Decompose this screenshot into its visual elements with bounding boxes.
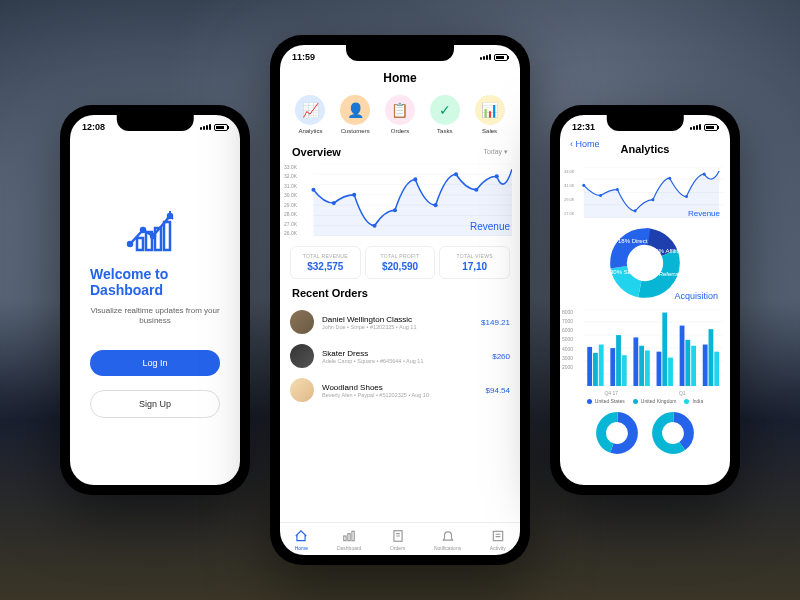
svg-point-23 <box>454 172 458 176</box>
donut-apr: $14120Apr <box>652 412 694 454</box>
svg-rect-26 <box>344 536 346 541</box>
svg-point-42 <box>616 188 619 191</box>
tab-bar: Home Dashboard Orders Notifications Acti… <box>280 522 520 555</box>
tab-home[interactable]: Home <box>294 529 308 551</box>
bar-legend: United States United Kingdom India <box>560 396 730 408</box>
back-button[interactable]: ‹ Home <box>570 139 600 149</box>
svg-point-20 <box>393 208 397 212</box>
category-row: 📈Analytics 👤Customers 📋Orders ✓Tasks 📊Sa… <box>280 95 520 144</box>
svg-point-24 <box>474 188 478 192</box>
svg-point-1 <box>141 228 145 232</box>
svg-rect-76 <box>714 352 719 386</box>
page-title: Home <box>280 65 520 95</box>
svg-point-17 <box>332 201 336 205</box>
svg-rect-72 <box>685 340 690 386</box>
orders-list: Daniel Wellington ClassicJohn Doe • Stri… <box>280 301 520 411</box>
stat-profit[interactable]: TOTAL PROFIT$20,590 <box>365 246 436 279</box>
revenue-label: Revenue <box>470 221 510 232</box>
stat-views[interactable]: TOTAL VIEWS17,10 <box>439 246 510 279</box>
svg-point-44 <box>651 198 654 201</box>
acquisition-label: Acquisition <box>674 291 718 301</box>
revenue-label: Revenue <box>688 209 720 218</box>
svg-rect-66 <box>639 346 644 386</box>
welcome-title: Welcome to Dashboard <box>90 266 220 298</box>
status-time: 12:08 <box>82 122 105 132</box>
svg-rect-28 <box>352 531 354 540</box>
svg-rect-73 <box>691 346 696 386</box>
svg-point-46 <box>685 195 688 198</box>
tasks-icon: ✓ <box>430 95 460 125</box>
order-image <box>290 344 314 368</box>
svg-point-16 <box>311 188 315 192</box>
page-title: Analytics <box>621 143 670 155</box>
svg-point-19 <box>373 224 377 228</box>
svg-rect-59 <box>587 347 592 386</box>
order-row[interactable]: Woodland ShoesBeverly Alen • Paypal • #5… <box>290 373 510 407</box>
notch <box>346 45 454 61</box>
svg-rect-70 <box>668 358 673 386</box>
svg-rect-64 <box>622 355 627 386</box>
svg-rect-67 <box>645 350 650 386</box>
donut-jan: $7400Jan <box>596 412 638 454</box>
svg-point-22 <box>434 203 438 207</box>
donut-row: $7400Jan $14120Apr <box>560 408 730 454</box>
svg-rect-65 <box>633 337 638 386</box>
order-image <box>290 378 314 402</box>
svg-rect-74 <box>703 345 708 386</box>
cat-sales[interactable]: 📊Sales <box>475 95 505 134</box>
svg-point-40 <box>582 184 585 187</box>
notch <box>607 115 684 131</box>
status-time: 11:59 <box>292 52 315 62</box>
revenue-chart: 33.0K32.0K31.0K30.0K29.0K28.0K27.0K26.0K… <box>280 160 520 240</box>
cat-tasks[interactable]: ✓Tasks <box>430 95 460 134</box>
customers-icon: 👤 <box>340 95 370 125</box>
stat-revenue[interactable]: TOTAL REVENUE$32,575 <box>290 246 361 279</box>
notch <box>117 115 194 131</box>
sales-icon: 📊 <box>475 95 505 125</box>
svg-point-18 <box>352 193 356 197</box>
svg-rect-7 <box>164 222 170 250</box>
svg-point-45 <box>668 177 671 180</box>
cat-analytics[interactable]: 📈Analytics <box>295 95 325 134</box>
tab-orders[interactable]: Orders <box>390 529 405 551</box>
svg-rect-27 <box>348 534 350 541</box>
svg-point-47 <box>703 173 706 176</box>
analytics-icon: 📈 <box>295 95 325 125</box>
phone-welcome: 12:08 Welcome to Dashboard Visualize rea… <box>60 105 250 495</box>
overview-filter[interactable]: Today ▾ <box>483 148 508 156</box>
svg-point-21 <box>413 177 417 181</box>
svg-rect-71 <box>680 326 685 386</box>
svg-point-41 <box>599 194 602 197</box>
svg-rect-62 <box>610 348 615 386</box>
order-row[interactable]: Skater DressAdele Camp • Square • #64564… <box>290 339 510 373</box>
svg-rect-63 <box>616 335 621 386</box>
tab-activity[interactable]: Activity <box>490 529 506 551</box>
svg-rect-60 <box>593 353 598 386</box>
svg-rect-4 <box>137 238 143 250</box>
svg-rect-68 <box>657 352 662 386</box>
cat-customers[interactable]: 👤Customers <box>340 95 370 134</box>
orders-icon: 📋 <box>385 95 415 125</box>
dashboard-logo-icon <box>125 202 185 252</box>
login-button[interactable]: Log In <box>90 350 220 376</box>
status-time: 12:31 <box>572 122 595 132</box>
svg-point-25 <box>495 174 499 178</box>
acquisition-pie: 18% Direct 35% Affiliates 19% Referral 3… <box>560 220 730 305</box>
phone-home: 11:59 Home 📈Analytics 👤Customers 📋Orders… <box>270 35 530 565</box>
tab-dashboard[interactable]: Dashboard <box>337 529 361 551</box>
welcome-subtitle: Visualize realtime updates from your bus… <box>90 306 220 327</box>
order-image <box>290 310 314 334</box>
svg-rect-69 <box>662 313 667 386</box>
country-bar-chart: 8000700060005000400030002000 <box>560 305 730 390</box>
recent-orders-title: Recent Orders <box>292 287 368 299</box>
signup-button[interactable]: Sign Up <box>90 390 220 418</box>
svg-point-0 <box>128 242 132 246</box>
svg-point-43 <box>634 209 637 212</box>
order-row[interactable]: Daniel Wellington ClassicJohn Doe • Stri… <box>290 305 510 339</box>
svg-rect-61 <box>599 345 604 386</box>
phone-analytics: 12:31 ‹ Home Analytics 33.0K31.0K29.0K27… <box>550 105 740 495</box>
cat-orders[interactable]: 📋Orders <box>385 95 415 134</box>
svg-rect-75 <box>709 329 714 386</box>
tab-notifications[interactable]: Notifications <box>434 529 461 551</box>
stats-row: TOTAL REVENUE$32,575 TOTAL PROFIT$20,590… <box>280 240 520 285</box>
